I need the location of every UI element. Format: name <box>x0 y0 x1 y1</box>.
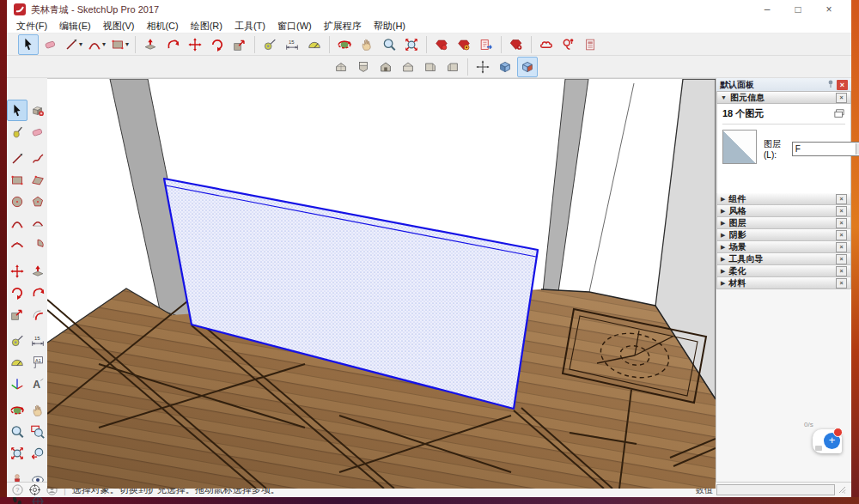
arc-tool-button[interactable]: ▾ <box>86 34 107 55</box>
pan-tool-button[interactable] <box>356 34 377 55</box>
axes-crosshair-button[interactable] <box>472 57 493 77</box>
panel-section-close-button[interactable]: × <box>836 194 847 204</box>
assistant-bubble[interactable]: + <box>813 429 842 453</box>
view-front-button[interactable] <box>375 57 396 77</box>
view-back-button[interactable] <box>398 57 418 77</box>
menu-item-6[interactable]: 窗口(W) <box>271 20 318 33</box>
panel-section-4[interactable]: ▶场景× <box>716 241 851 253</box>
arc-tool-dropdown-arrow[interactable]: ▾ <box>102 40 106 48</box>
entity-info-close-button[interactable]: × <box>836 93 847 103</box>
select-tool-button[interactable] <box>18 34 39 55</box>
view-top-button[interactable] <box>353 57 374 77</box>
export-doc-button[interactable] <box>476 34 497 55</box>
offset-tool-button[interactable] <box>27 303 48 325</box>
3d-text-tool-button[interactable]: A <box>27 373 48 394</box>
panel-section-5[interactable]: ▶工具向导× <box>716 253 851 265</box>
rotate-tool-button[interactable] <box>7 282 27 303</box>
menu-item-4[interactable]: 绘图(R) <box>185 20 228 33</box>
zoom-extents-tool-button[interactable] <box>7 442 27 464</box>
menu-item-7[interactable]: 扩展程序 <box>318 20 368 33</box>
three-point-arc-tool-button[interactable] <box>7 234 27 255</box>
panel-section-0[interactable]: ▶组件× <box>716 193 851 205</box>
tape-measure-tool-button[interactable] <box>259 34 280 55</box>
panel-section-close-button[interactable]: × <box>836 242 847 252</box>
entity-info-header[interactable]: ▼ 图元信息 × <box>716 91 851 104</box>
panel-section-close-button[interactable]: × <box>836 278 847 288</box>
eraser-tool-button[interactable] <box>27 121 48 143</box>
tape-measure-tool-button[interactable] <box>7 330 27 351</box>
zoom-previous-tool-button[interactable] <box>27 442 48 464</box>
push-pull-tool-button[interactable] <box>27 260 48 282</box>
move-tool-button[interactable] <box>7 260 27 282</box>
viewport-canvas[interactable] <box>47 79 716 489</box>
resize-grip-icon[interactable] <box>838 486 846 494</box>
panel-section-close-button[interactable]: × <box>836 230 847 240</box>
line-tool-button[interactable] <box>7 148 27 169</box>
layer-select[interactable]: F ▼ <box>792 142 859 156</box>
menu-item-3[interactable]: 相机(C) <box>140 20 184 33</box>
panel-section-close-button[interactable]: × <box>836 254 847 264</box>
view-iso-button[interactable] <box>331 57 351 77</box>
menu-item-2[interactable]: 视图(V) <box>97 20 141 33</box>
menu-item-1[interactable]: 编辑(E) <box>53 20 97 33</box>
panel-close-button[interactable]: × <box>837 80 848 90</box>
eraser-tool-button[interactable] <box>40 34 61 55</box>
model-info-gem-button[interactable] <box>431 34 452 55</box>
circle-tool-button[interactable] <box>7 191 27 212</box>
arc-tool-button[interactable] <box>7 212 27 234</box>
settings-gem-button[interactable] <box>454 34 474 55</box>
warehouse-cloud-button[interactable] <box>536 34 557 55</box>
extension-gem-button[interactable] <box>506 34 527 55</box>
rectangle-tool-button[interactable]: ▾ <box>109 34 131 55</box>
menu-item-0[interactable]: 文件(F) <box>10 20 53 33</box>
panel-section-close-button[interactable]: × <box>836 206 847 216</box>
share-doc-button[interactable] <box>581 34 601 55</box>
panel-section-close-button[interactable]: × <box>836 218 847 228</box>
scale-tool-button[interactable] <box>7 303 27 325</box>
view-left-button[interactable] <box>420 57 441 77</box>
freehand-tool-button[interactable] <box>27 148 48 169</box>
zoom-tool-button[interactable] <box>7 421 27 442</box>
maximize-button[interactable]: □ <box>783 0 813 19</box>
geolocate-icon[interactable] <box>29 484 40 495</box>
rotate-tool-button[interactable] <box>207 34 228 55</box>
text-tool-button[interactable]: A1 <box>27 351 48 373</box>
paint-bucket-tool-button[interactable] <box>7 121 27 143</box>
zoom-tool-button[interactable] <box>379 34 399 55</box>
menu-item-5[interactable]: 工具(T) <box>228 20 271 33</box>
panel-section-3[interactable]: ▶阴影× <box>716 229 851 241</box>
panel-section-close-button[interactable]: × <box>836 266 847 276</box>
view-right-button[interactable] <box>442 57 463 77</box>
pan-tool-button[interactable] <box>27 399 48 421</box>
protractor-tool-button[interactable] <box>7 351 27 373</box>
two-point-arc-tool-button[interactable] <box>27 212 48 234</box>
make-component-tool-button[interactable] <box>27 100 48 121</box>
push-pull-tool-button[interactable] <box>140 34 161 55</box>
style-textured-button[interactable] <box>517 57 538 77</box>
orbit-tool-button[interactable] <box>334 34 355 55</box>
material-thumbnail[interactable] <box>722 130 757 164</box>
polygon-tool-button[interactable] <box>27 191 48 212</box>
pin-icon[interactable] <box>827 80 834 90</box>
dimension-tool-button[interactable]: 15 <box>282 34 302 55</box>
style-shaded-button[interactable] <box>495 57 515 77</box>
follow-me-tool-button[interactable] <box>27 282 48 303</box>
panel-section-6[interactable]: ▶柔化× <box>716 265 851 277</box>
dimension-tool-button[interactable]: 15 <box>27 330 48 351</box>
minimize-button[interactable]: – <box>752 0 783 19</box>
zoom-extents-tool-button[interactable] <box>401 34 422 55</box>
line-tool-button[interactable]: ▾ <box>63 34 84 55</box>
panel-section-1[interactable]: ▶风格× <box>716 205 851 217</box>
rotated-rectangle-tool-button[interactable] <box>27 169 48 191</box>
rectangle-tool-button[interactable] <box>7 169 27 191</box>
panel-section-7[interactable]: ▶材料× <box>716 277 851 289</box>
rectangle-tool-dropdown-arrow[interactable]: ▾ <box>125 40 129 48</box>
protractor-tool-button[interactable] <box>304 34 325 55</box>
orbit-tool-button[interactable] <box>7 399 27 421</box>
axes-tool-button[interactable] <box>7 373 27 394</box>
panel-section-2[interactable]: ▶图层× <box>716 217 851 229</box>
viewport[interactable] <box>47 78 716 489</box>
chevron-down-icon[interactable]: ▼ <box>856 143 859 155</box>
measurement-input[interactable] <box>716 484 835 495</box>
close-button[interactable]: × <box>813 0 844 19</box>
